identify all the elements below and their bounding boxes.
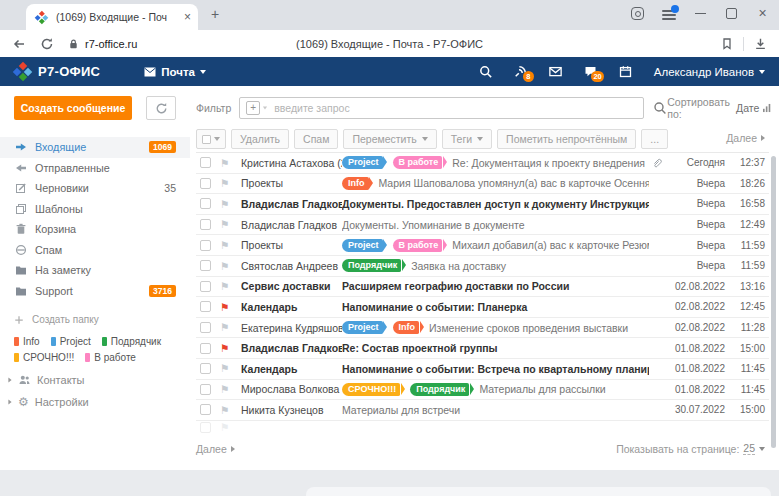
tag-pill[interactable]: Подрядчик <box>410 383 469 396</box>
sidebar-folder-на заметку[interactable]: На заметку <box>0 260 190 281</box>
tag-pill[interactable]: Info <box>393 321 420 334</box>
calendar-icon[interactable] <box>619 65 632 78</box>
row-checkbox[interactable] <box>200 322 211 333</box>
more-link-bottom[interactable]: Далее <box>196 443 235 455</box>
toolbar-button[interactable]: Спам <box>294 129 338 149</box>
email-row[interactable]: ⚑Владислав Гладков (3)Re: Состав проектн… <box>196 338 769 359</box>
sidebar-tag-срочно!!![interactable]: СРОЧНО!!! <box>14 352 74 363</box>
mail-icon[interactable] <box>549 65 562 78</box>
search-icon[interactable] <box>479 65 492 78</box>
sidebar-item-settings[interactable]: ⚙ Настройки <box>8 396 89 408</box>
flag-icon[interactable]: ⚑ <box>220 281 232 292</box>
list-scrollbar[interactable] <box>771 156 776 448</box>
flag-icon[interactable]: ⚑ <box>220 199 232 210</box>
email-row[interactable]: ⚑Владислав ГладковДокументы. Упоминание … <box>196 215 769 236</box>
sidebar-item-contacts[interactable]: Контакты <box>8 374 85 386</box>
new-tab-button[interactable]: + <box>208 8 222 22</box>
per-page-control[interactable]: Показывать на странице: 25 <box>616 442 765 455</box>
tag-pill[interactable]: Project <box>342 321 383 334</box>
sidebar-folder-отправленные[interactable]: Отправленные <box>0 158 190 179</box>
user-menu[interactable]: Александр Иванов <box>654 66 765 78</box>
row-checkbox[interactable] <box>200 198 211 209</box>
more-link-top[interactable]: Далее <box>726 132 765 144</box>
sidebar-tag-project[interactable]: Project <box>51 336 91 347</box>
flag-icon[interactable]: ⚑ <box>220 302 232 313</box>
add-filter-icon[interactable]: + <box>246 101 260 115</box>
row-checkbox[interactable] <box>200 178 211 189</box>
row-checkbox[interactable] <box>200 363 211 374</box>
search-icon[interactable] <box>653 101 667 115</box>
email-row[interactable]: ⚑КалендарьНапоминание о событии: Встреча… <box>196 359 769 380</box>
sidebar-folder-support[interactable]: Support3716 <box>0 281 190 302</box>
flag-icon[interactable]: ⚑ <box>220 405 232 416</box>
sidebar-folder-шаблоны[interactable]: Шаблоны <box>0 199 190 220</box>
window-minimize-button[interactable] <box>694 7 707 20</box>
window-maximize-button[interactable] <box>725 7 738 20</box>
chat-icon[interactable]: 20 <box>584 65 597 78</box>
feed-icon[interactable]: 8 <box>514 65 527 78</box>
toolbar-button[interactable]: Пометить непрочтённым <box>497 129 636 149</box>
email-row[interactable]: ⚑Владислав ГладковДокументы. Предоставле… <box>196 194 769 215</box>
reload-icon[interactable] <box>40 37 54 51</box>
tag-pill[interactable]: СРОЧНО!!! <box>342 383 400 396</box>
email-row[interactable]: ⚑КалендарьНапоминание о событии: Планерк… <box>196 297 769 318</box>
compose-button[interactable]: Создать сообщение <box>14 96 132 120</box>
flag-icon[interactable]: ⚑ <box>220 219 232 230</box>
toolbar-button[interactable]: Удалить <box>231 129 289 149</box>
row-checkbox[interactable] <box>200 384 211 395</box>
tag-pill[interactable]: В работе <box>393 239 443 252</box>
flag-icon[interactable]: ⚑ <box>220 322 232 333</box>
logo-text[interactable]: Р7-ОФИС <box>38 64 100 79</box>
bookmark-icon[interactable] <box>721 37 733 50</box>
flag-icon[interactable]: ⚑ <box>220 240 232 251</box>
create-folder-button[interactable]: Создать папку <box>14 314 99 325</box>
sidebar-folder-спам[interactable]: Спам <box>0 240 190 261</box>
flag-icon[interactable]: ⚑ <box>220 343 232 354</box>
row-checkbox[interactable] <box>200 281 211 292</box>
toolbar-button[interactable]: Теги <box>442 129 492 149</box>
flag-icon[interactable]: ⚑ <box>220 261 232 272</box>
refresh-button[interactable] <box>146 96 176 120</box>
flag-icon[interactable]: ⚑ <box>220 158 232 169</box>
browser-extensions-icon[interactable] <box>631 7 644 20</box>
tag-pill[interactable]: Info <box>342 177 369 190</box>
filter-search-input[interactable]: + введите запрос <box>239 97 644 119</box>
email-row[interactable]: ⚑Святослав АндреевПодрядчикЗаявка на дос… <box>196 256 769 277</box>
row-checkbox[interactable] <box>200 343 211 354</box>
email-row[interactable]: ⚑Екатерина КудряшоваProjectInfoИзменение… <box>196 318 769 339</box>
row-checkbox[interactable] <box>200 157 211 168</box>
toolbar-button[interactable]: Переместить <box>343 129 436 149</box>
row-checkbox[interactable] <box>200 404 211 415</box>
email-row[interactable]: ⚑ПроектыProjectВ работеМихаил добавил(а)… <box>196 235 769 256</box>
toolbar-button[interactable]: ... <box>641 129 668 149</box>
email-row[interactable]: ⚑Мирослава ВолковаСРОЧНО!!!ПодрядчикМате… <box>196 380 769 401</box>
row-checkbox[interactable] <box>200 240 211 251</box>
sidebar-folder-корзина[interactable]: Корзина <box>0 219 190 240</box>
tag-pill[interactable]: В работе <box>393 156 443 169</box>
url-box[interactable]: r7-office.ru <box>68 38 137 50</box>
flag-icon[interactable]: ⚑ <box>220 178 232 189</box>
email-row[interactable]: ⚑Сервис доставкиРасширяем географию дост… <box>196 277 769 298</box>
email-row[interactable]: ⚑ПроектыInfoМария Шаповалова упомянул(а)… <box>196 174 769 195</box>
app-menu-mail[interactable]: Почта <box>144 66 206 78</box>
tag-pill[interactable]: Project <box>342 156 383 169</box>
row-checkbox[interactable] <box>200 301 211 312</box>
window-close-button[interactable]: × <box>756 7 769 20</box>
sidebar-folder-черновики[interactable]: Черновики35 <box>0 178 190 199</box>
row-checkbox[interactable] <box>200 219 211 230</box>
select-all-dropdown[interactable] <box>196 129 226 149</box>
row-checkbox[interactable] <box>200 260 211 271</box>
sidebar-folder-входящие[interactable]: Входящие1069 <box>0 137 190 158</box>
tab-close-icon[interactable]: × <box>184 11 191 23</box>
download-icon[interactable] <box>754 37 767 50</box>
sidebar-tag-info[interactable]: Info <box>14 336 40 347</box>
sidebar-tag-в работе[interactable]: В работе <box>85 352 136 363</box>
browser-tab[interactable]: (1069) Входящие - Поч × <box>26 4 198 30</box>
sort-control[interactable]: Сортировать по: Дате <box>667 96 772 120</box>
email-row[interactable]: ⚑Никита КузнецовМатериалы для встречи30.… <box>196 400 769 421</box>
back-icon[interactable] <box>12 37 26 51</box>
sidebar-tag-подрядчик[interactable]: Подрядчик <box>102 336 161 347</box>
flag-icon[interactable]: ⚑ <box>220 384 232 395</box>
browser-menu-icon[interactable] <box>662 8 676 20</box>
flag-icon[interactable]: ⚑ <box>220 363 232 374</box>
